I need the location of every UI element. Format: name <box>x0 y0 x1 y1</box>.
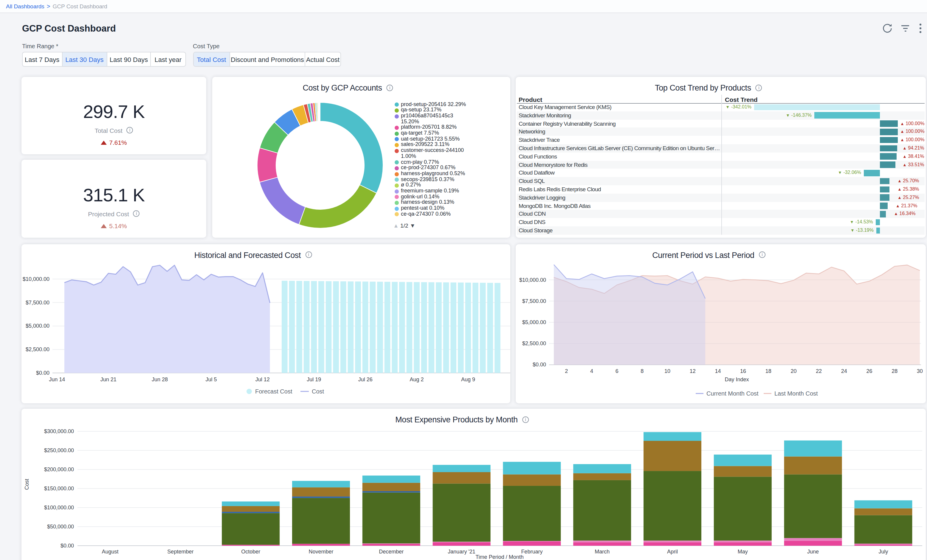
svg-text:$10,000.00: $10,000.00 <box>519 277 546 283</box>
svg-text:Forecast Cost: Forecast Cost <box>255 388 292 395</box>
svg-text:$10,000.00: $10,000.00 <box>23 276 50 282</box>
svg-text:March: March <box>595 549 609 555</box>
svg-text:December: December <box>379 549 404 555</box>
svg-text:$2,500.00: $2,500.00 <box>26 346 50 352</box>
svg-text:October: October <box>241 549 260 555</box>
svg-text:$0.00: $0.00 <box>36 370 50 376</box>
svg-text:Time Period / Month: Time Period / Month <box>476 554 523 560</box>
svg-text:$100,000.00: $100,000.00 <box>44 505 74 511</box>
svg-text:Aug 2: Aug 2 <box>410 376 424 382</box>
svg-text:$0.00: $0.00 <box>61 543 74 549</box>
svg-text:$250,000.00: $250,000.00 <box>44 448 74 453</box>
svg-text:June: June <box>807 549 819 555</box>
svg-text:$200,000.00: $200,000.00 <box>44 466 74 472</box>
svg-text:10: 10 <box>664 368 670 374</box>
svg-text:Jun 21: Jun 21 <box>100 376 117 382</box>
svg-text:4: 4 <box>590 368 593 374</box>
svg-text:Current Month Cost: Current Month Cost <box>706 390 758 396</box>
svg-text:Jul 12: Jul 12 <box>255 376 270 382</box>
svg-text:24: 24 <box>841 368 847 374</box>
svg-text:February: February <box>521 549 543 555</box>
svg-text:$5,000.00: $5,000.00 <box>26 323 50 329</box>
svg-text:$300,000.00: $300,000.00 <box>44 428 74 434</box>
svg-text:May: May <box>738 549 748 555</box>
svg-text:$0.00: $0.00 <box>532 361 546 367</box>
svg-text:$150,000.00: $150,000.00 <box>44 486 74 492</box>
svg-text:$2,500.00: $2,500.00 <box>522 340 546 346</box>
svg-text:6: 6 <box>615 368 618 374</box>
svg-text:14: 14 <box>714 368 720 374</box>
svg-text:January '21: January '21 <box>448 549 476 555</box>
svg-text:18: 18 <box>765 368 771 374</box>
svg-text:Last Month Cost: Last Month Cost <box>774 390 818 396</box>
svg-text:$50,000.00: $50,000.00 <box>47 524 74 530</box>
svg-text:$7,500.00: $7,500.00 <box>522 298 546 304</box>
svg-text:Jun 14: Jun 14 <box>49 376 65 382</box>
svg-text:November: November <box>308 549 333 555</box>
svg-text:Cost: Cost <box>24 479 30 490</box>
svg-text:Cost: Cost <box>312 388 324 395</box>
svg-text:16: 16 <box>740 368 746 374</box>
svg-text:Jul 19: Jul 19 <box>307 376 321 382</box>
svg-text:12: 12 <box>690 368 695 374</box>
svg-text:28: 28 <box>891 368 897 374</box>
svg-text:Jul 5: Jul 5 <box>205 376 217 382</box>
svg-text:2: 2 <box>565 368 568 374</box>
svg-text:Aug 9: Aug 9 <box>461 376 475 382</box>
svg-text:August: August <box>102 549 119 555</box>
svg-text:22: 22 <box>816 368 822 374</box>
svg-text:20: 20 <box>790 368 796 374</box>
svg-text:30: 30 <box>916 368 922 374</box>
svg-text:July: July <box>878 549 888 555</box>
svg-text:$5,000.00: $5,000.00 <box>522 319 546 325</box>
svg-text:26: 26 <box>866 368 872 374</box>
svg-text:April: April <box>667 549 678 555</box>
svg-text:Day Index: Day Index <box>724 376 748 382</box>
svg-text:September: September <box>167 549 193 555</box>
svg-text:$7,500.00: $7,500.00 <box>26 299 50 305</box>
svg-text:8: 8 <box>640 368 643 374</box>
svg-text:Jul 26: Jul 26 <box>358 376 372 382</box>
svg-text:Jun 28: Jun 28 <box>152 376 168 382</box>
